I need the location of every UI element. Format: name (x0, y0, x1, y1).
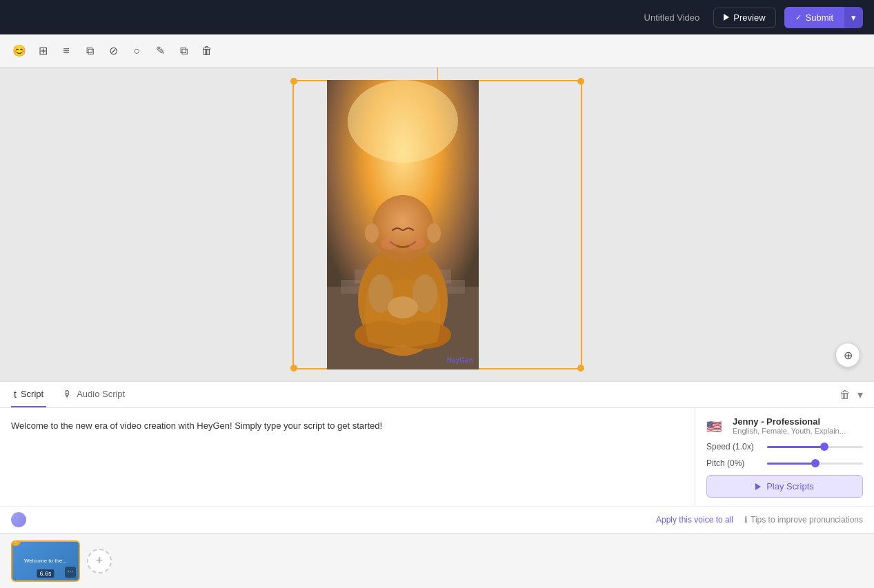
pitch-thumb[interactable] (811, 459, 820, 467)
speed-fill (767, 446, 824, 448)
voice-details: Jenny - Professional English, Female, Yo… (733, 416, 846, 435)
svg-point-15 (408, 239, 425, 250)
toolbar: 😊 ⊞ ≡ ⧉ ⊘ ○ ✎ ⧉ 🗑 (0, 34, 874, 68)
flag-icon: 🇺🇸 (706, 419, 726, 433)
hide-icon[interactable]: ⊘ (105, 43, 121, 59)
script-bottom-right: Apply this voice to all ℹ Tips to improv… (656, 515, 863, 525)
info-icon: ℹ (744, 515, 748, 525)
play-scripts-button[interactable]: Play Scripts (706, 475, 863, 498)
delete-script-button[interactable]: 🗑 (840, 389, 851, 401)
tab-actions: 🗑 ▾ (840, 388, 863, 401)
shape-icon[interactable]: ○ (128, 43, 145, 59)
submit-dropdown-button[interactable]: ▾ (844, 7, 863, 28)
delete-icon[interactable]: 🗑 (199, 43, 215, 59)
layers-icon[interactable]: ⧉ (81, 43, 98, 59)
play-scripts-label: Play Scripts (766, 481, 814, 491)
script-content: Welcome to the new era of video creation… (0, 408, 874, 506)
svg-point-11 (372, 195, 434, 261)
heygen-watermark: HeyGen (447, 356, 473, 364)
script-text-area[interactable]: Welcome to the new era of video creation… (0, 408, 695, 506)
handle-bottom-left[interactable] (290, 365, 297, 372)
align-icon[interactable]: ≡ (58, 43, 75, 59)
guide-line (437, 68, 438, 80)
audio-script-label: Audio Script (77, 389, 125, 399)
pitch-track[interactable] (767, 463, 863, 465)
tab-text-script[interactable]: t Script (11, 382, 46, 407)
monk-illustration (327, 80, 479, 369)
speed-label: Speed (1.0x) (706, 442, 762, 452)
svg-point-14 (381, 239, 397, 250)
pitch-slider-row: Pitch (0%) (706, 458, 863, 468)
tips-link[interactable]: ℹ Tips to improve pronunciations (744, 515, 863, 525)
add-slide-button[interactable]: + (87, 549, 112, 574)
canvas-area: HeyGen ⊕ (0, 68, 874, 381)
timeline: 1 Welcome to the... 6.6s ··· + (0, 533, 874, 588)
script-tabs: t Script 🎙 Audio Script 🗑 ▾ (0, 382, 874, 408)
copy-icon[interactable]: ⧉ (175, 43, 192, 59)
zoom-button[interactable]: ⊕ (835, 343, 860, 367)
canvas-container[interactable]: HeyGen (292, 80, 582, 369)
speed-track[interactable] (767, 446, 863, 448)
voice-meta: English, Female, Youth, Explain... (733, 427, 846, 435)
script-bottom-bar: Apply this voice to all ℹ Tips to improv… (0, 506, 874, 533)
timeline-slide-1[interactable]: 1 Welcome to the... 6.6s ··· (11, 540, 80, 582)
script-text: Welcome to the new era of video creation… (11, 419, 684, 434)
voice-info: 🇺🇸 Jenny - Professional English, Female,… (706, 416, 863, 435)
play-icon (724, 14, 729, 21)
svg-point-12 (365, 223, 379, 243)
text-script-icon: t (14, 389, 17, 400)
handle-top-left[interactable] (290, 78, 297, 85)
speed-thumb[interactable] (820, 443, 828, 451)
video-title: Untitled Video (644, 12, 700, 23)
voice-panel: 🇺🇸 Jenny - Professional English, Female,… (695, 408, 874, 506)
collapse-script-button[interactable]: ▾ (857, 388, 863, 401)
edit-icon[interactable]: ✎ (152, 43, 168, 59)
tips-label: Tips to improve pronunciations (751, 515, 863, 525)
canvas-image: HeyGen (327, 80, 479, 369)
handle-bottom-right[interactable] (577, 365, 584, 372)
submit-button[interactable]: ✓ Submit (784, 7, 844, 28)
pitch-fill (767, 463, 815, 465)
check-icon: ✓ (795, 13, 802, 22)
emoji-icon[interactable]: 😊 (11, 43, 28, 59)
handle-top-right[interactable] (577, 78, 584, 85)
pitch-label: Pitch (0%) (706, 458, 762, 468)
audio-icon: 🎙 (63, 389, 72, 400)
svg-point-10 (388, 296, 418, 318)
ai-icon[interactable] (11, 512, 26, 527)
svg-point-1 (348, 80, 458, 163)
grid-icon[interactable]: ⊞ (34, 43, 51, 59)
slide-preview-text: Welcome to the... (24, 558, 67, 564)
svg-point-13 (427, 223, 441, 243)
monk-background: HeyGen (327, 80, 479, 369)
header: Untitled Video Preview ✓ Submit ▾ (0, 0, 874, 34)
play-scripts-icon (755, 483, 761, 490)
voice-name: Jenny - Professional (733, 416, 846, 427)
preview-button[interactable]: Preview (713, 8, 775, 28)
apply-voice-button[interactable]: Apply this voice to all (656, 515, 733, 525)
slide-more-button[interactable]: ··· (65, 567, 76, 578)
preview-label: Preview (733, 12, 765, 23)
main-area: 😊 ⊞ ≡ ⧉ ⊘ ○ ✎ ⧉ 🗑 (0, 34, 874, 588)
slide-duration: 6.6s (37, 569, 54, 578)
zoom-icon: ⊕ (844, 349, 853, 362)
submit-group: ✓ Submit ▾ (784, 7, 863, 28)
script-panel: t Script 🎙 Audio Script 🗑 ▾ Welcome to t… (0, 381, 874, 533)
speed-slider-row: Speed (1.0x) (706, 442, 863, 452)
submit-label: Submit (806, 12, 833, 23)
text-script-label: Script (21, 389, 43, 399)
tab-audio-script[interactable]: 🎙 Audio Script (60, 382, 128, 407)
